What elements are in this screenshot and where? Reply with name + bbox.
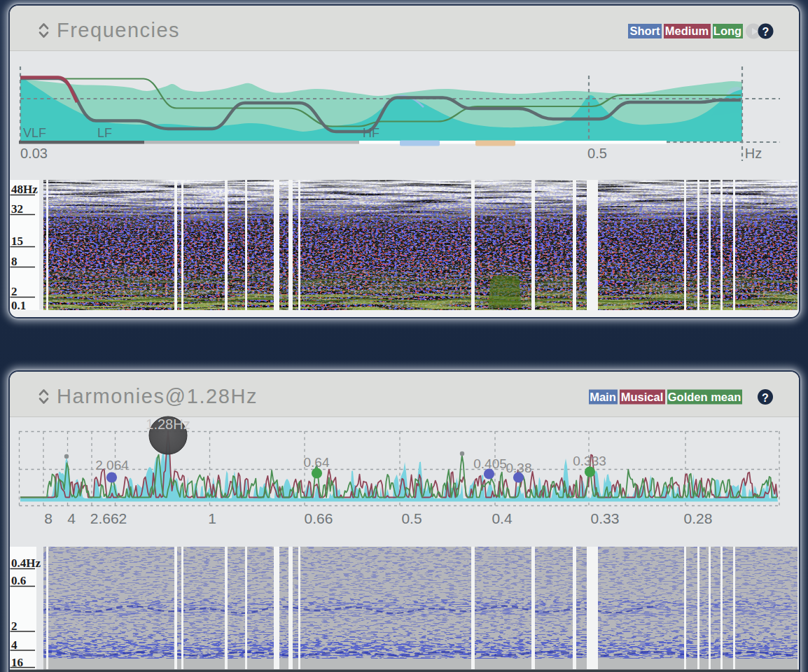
svg-text:Musical: Musical xyxy=(621,391,664,403)
svg-text:2.662: 2.662 xyxy=(90,510,127,526)
svg-text:?: ? xyxy=(762,392,769,404)
svg-text:4: 4 xyxy=(67,510,76,526)
svg-text:8: 8 xyxy=(11,255,18,268)
svg-text:HF: HF xyxy=(363,126,379,140)
svg-text:Main: Main xyxy=(590,391,616,403)
svg-text:?: ? xyxy=(762,26,769,38)
svg-text:32: 32 xyxy=(11,202,23,216)
svg-text:Medium: Medium xyxy=(665,24,709,37)
svg-text:Long: Long xyxy=(713,24,741,37)
svg-text:1.28Hz: 1.28Hz xyxy=(146,416,190,432)
svg-text:15: 15 xyxy=(11,234,23,248)
svg-text:0.333: 0.333 xyxy=(573,454,606,468)
svg-text:2.064: 2.064 xyxy=(95,458,129,472)
svg-text:48Hz: 48Hz xyxy=(11,183,38,196)
svg-text:0.66: 0.66 xyxy=(305,510,333,526)
svg-text:0.64: 0.64 xyxy=(304,455,330,470)
svg-text:1: 1 xyxy=(208,510,216,526)
svg-text:0.5: 0.5 xyxy=(401,510,422,526)
svg-text:2: 2 xyxy=(11,285,18,298)
svg-text:8: 8 xyxy=(44,510,53,526)
svg-text:0.5: 0.5 xyxy=(587,146,607,161)
svg-text:Hz: Hz xyxy=(745,146,762,161)
svg-text:0.28: 0.28 xyxy=(684,510,713,526)
svg-text:16: 16 xyxy=(11,656,23,669)
svg-text:VLF: VLF xyxy=(23,126,46,140)
svg-text:Harmonies@1.28Hz: Harmonies@1.28Hz xyxy=(57,385,258,407)
svg-text:0.03: 0.03 xyxy=(20,146,48,161)
svg-text:4: 4 xyxy=(11,638,18,652)
svg-text:LF: LF xyxy=(97,126,112,140)
svg-text:Frequencies: Frequencies xyxy=(57,19,180,41)
svg-text:0.6: 0.6 xyxy=(11,574,26,587)
svg-text:2: 2 xyxy=(11,620,18,633)
svg-text:0.4Hz: 0.4Hz xyxy=(11,556,41,570)
svg-text:0.4: 0.4 xyxy=(492,510,513,526)
svg-text:0.33: 0.33 xyxy=(591,510,620,526)
svg-text:0.1: 0.1 xyxy=(11,299,26,312)
svg-text:Golden mean: Golden mean xyxy=(668,391,741,403)
svg-text:Short: Short xyxy=(629,24,660,37)
